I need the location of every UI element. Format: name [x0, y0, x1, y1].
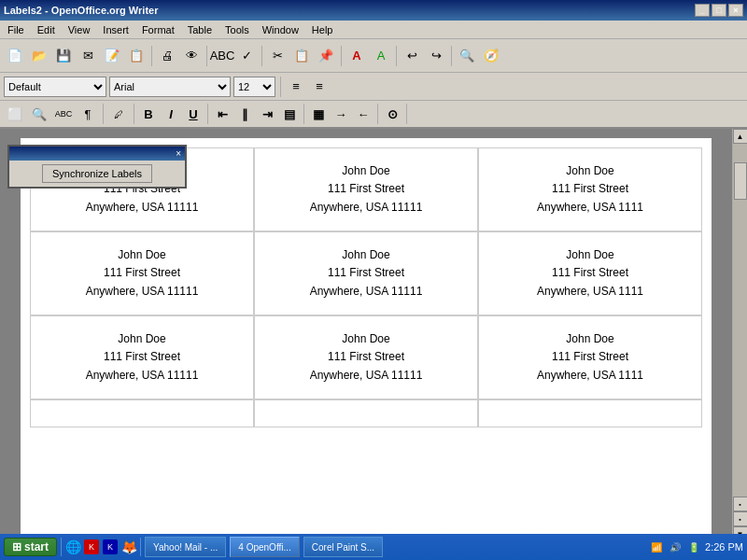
close-button[interactable]: × — [728, 4, 743, 17]
bold-button[interactable]: B — [138, 104, 159, 124]
list-ordered-button[interactable]: ≡ — [309, 77, 330, 97]
menu-window[interactable]: Window — [257, 22, 304, 37]
menu-file[interactable]: File — [2, 22, 30, 37]
new-button[interactable]: 📄 — [4, 45, 26, 67]
label-3-line1: John Doe — [118, 246, 165, 264]
align-justify-button[interactable]: ▤ — [279, 104, 300, 124]
taskbar-icon-app1[interactable]: K — [84, 539, 99, 554]
style-select[interactable]: Default — [4, 77, 106, 97]
scroll-small-button1[interactable]: ▪ — [733, 497, 748, 511]
minimize-button[interactable]: _ — [695, 4, 710, 17]
menu-table[interactable]: Table — [182, 22, 218, 37]
menu-edit[interactable]: Edit — [32, 22, 61, 37]
zoom-button[interactable]: 🔍 — [28, 103, 50, 125]
tray-icon-power[interactable]: 🔋 — [686, 539, 701, 554]
fmt2-sep5 — [377, 104, 378, 124]
taskbar-yahoo-mail[interactable]: Yahoo! Mail - ... — [145, 537, 226, 557]
taskbar-openoffice[interactable]: 4 OpenOffi... — [230, 537, 300, 557]
toolbar-sep6 — [451, 46, 452, 66]
menu-help[interactable]: Help — [306, 22, 339, 37]
menu-format[interactable]: Format — [136, 22, 180, 37]
spellcheck-button[interactable]: ABC — [52, 103, 75, 125]
title-bar: Labels2 - OpenOffice.org Writer _ □ × — [0, 0, 747, 21]
menu-tools[interactable]: Tools — [219, 22, 255, 37]
align-center-button[interactable]: ∥ — [234, 104, 255, 124]
label-1-line2: 111 First Street — [328, 180, 404, 198]
label-3-line2: 111 First Street — [104, 264, 180, 282]
label-cell-4[interactable]: John Doe 111 First Street Anywhere, USA … — [254, 231, 478, 315]
save-button[interactable]: 💾 — [52, 45, 75, 67]
spell-button[interactable]: ABC — [211, 45, 233, 67]
tray-icon-network[interactable]: 📶 — [649, 539, 664, 554]
indent-less-button[interactable]: ← — [353, 104, 374, 124]
highlight-button[interactable]: A — [370, 45, 392, 67]
autocorrect-button[interactable]: ✓ — [235, 45, 258, 67]
align-right-button[interactable]: ⇥ — [257, 104, 277, 124]
font-select[interactable]: Arial — [109, 77, 231, 97]
align-left-button[interactable]: ⇤ — [212, 104, 233, 124]
toolbar-sep5 — [396, 46, 397, 66]
label-cell-5[interactable]: John Doe 111 First Street Anywhere, USA … — [478, 231, 702, 315]
open-button[interactable]: 📂 — [28, 45, 50, 67]
underline-button[interactable]: U — [183, 104, 204, 124]
label-cell-7[interactable]: John Doe 111 First Street Anywhere, USA … — [254, 315, 478, 399]
taskbar-corel-label: Corel Paint S... — [312, 542, 374, 553]
label-cell-6[interactable]: John Doe 111 First Street Anywhere, USA … — [30, 315, 254, 399]
taskbar-icon-ie[interactable]: 🌐 — [65, 539, 80, 554]
pdf-button[interactable]: 📋 — [125, 45, 148, 67]
cut-button[interactable]: ✂ — [266, 45, 289, 67]
menu-view[interactable]: View — [63, 22, 96, 37]
label-0-line3: Anywhere, USA 11111 — [86, 199, 199, 217]
label-cell-2[interactable]: John Doe 111 First Street Anywhere, USA … — [478, 147, 702, 231]
italic-button[interactable]: I — [161, 104, 181, 124]
toolbar-sep1 — [151, 46, 152, 66]
label-cell-3[interactable]: John Doe 111 First Street Anywhere, USA … — [30, 231, 254, 315]
taskbar-icon-firefox[interactable]: 🦊 — [121, 539, 136, 554]
paste-button[interactable]: 📌 — [315, 45, 337, 67]
undo-button[interactable]: ↩ — [401, 45, 423, 67]
synchronize-labels-button[interactable]: Synchronize Labels — [42, 164, 152, 183]
start-button[interactable]: ⊞ start — [4, 538, 57, 556]
print-button[interactable]: 🖨 — [156, 45, 178, 67]
sync-panel-titlebar: × — [9, 147, 185, 161]
preview-button[interactable]: 👁 — [180, 45, 203, 67]
scroll-small-button2[interactable]: ▪ — [733, 511, 748, 526]
list-unordered-button[interactable]: ≡ — [286, 77, 306, 97]
label-cell-8[interactable]: John Doe 111 First Street Anywhere, USA … — [478, 315, 702, 399]
chart-button[interactable]: ⊙ — [382, 104, 402, 124]
find-button[interactable]: 🔍 — [456, 45, 478, 67]
taskbar-icon-app2[interactable]: K — [103, 539, 118, 554]
font-color-button[interactable]: A — [345, 45, 368, 67]
scroll-up-button[interactable]: ▲ — [733, 129, 748, 144]
columns-button[interactable]: ▦ — [308, 104, 329, 124]
copy-button[interactable]: 📋 — [290, 45, 313, 67]
size-select[interactable]: 12 — [233, 77, 275, 97]
format-toolbar2: ⬜ 🔍 ABC ¶ 🖊 B I U ⇤ ∥ ⇥ ▤ ▦ → ← ⊙ — [0, 101, 747, 129]
redo-button[interactable]: ↪ — [425, 45, 447, 67]
menu-insert[interactable]: Insert — [97, 22, 134, 37]
highlight-bg-button[interactable]: 🖊 — [107, 103, 130, 125]
label-7-line2: 111 First Street — [328, 348, 404, 366]
label-8-line2: 111 First Street — [552, 348, 628, 366]
email-button[interactable]: ✉ — [77, 45, 99, 67]
label-cell-1[interactable]: John Doe 111 First Street Anywhere, USA … — [254, 147, 478, 231]
scroll-thumb[interactable] — [734, 162, 747, 200]
indent-more-button[interactable]: → — [331, 104, 351, 124]
label-cell-11[interactable] — [478, 399, 702, 427]
labels-grid: John Doe 111 First Street Anywhere, USA … — [30, 147, 702, 427]
frame-button[interactable]: ⬜ — [4, 103, 26, 125]
navigator-button[interactable]: 🧭 — [480, 45, 502, 67]
label-cell-10[interactable] — [254, 399, 478, 427]
tray-icon-volume[interactable]: 🔊 — [668, 539, 683, 554]
label-5-line3: Anywhere, USA 1111 — [537, 283, 643, 301]
label-cell-9[interactable] — [30, 399, 254, 427]
edit-doc-button[interactable]: 📝 — [101, 45, 123, 67]
taskbar-corel[interactable]: Corel Paint S... — [303, 537, 383, 557]
nonprint-button[interactable]: ¶ — [77, 103, 99, 125]
scroll-track[interactable] — [733, 144, 748, 497]
sync-panel-close-icon[interactable]: × — [176, 148, 181, 159]
fmt2-sep4 — [303, 104, 304, 124]
taskbar: ⊞ start 🌐 K K 🦊 Yahoo! Mail - ... 4 Open… — [0, 534, 747, 560]
label-5-line1: John Doe — [566, 246, 613, 264]
maximize-button[interactable]: □ — [712, 4, 726, 17]
